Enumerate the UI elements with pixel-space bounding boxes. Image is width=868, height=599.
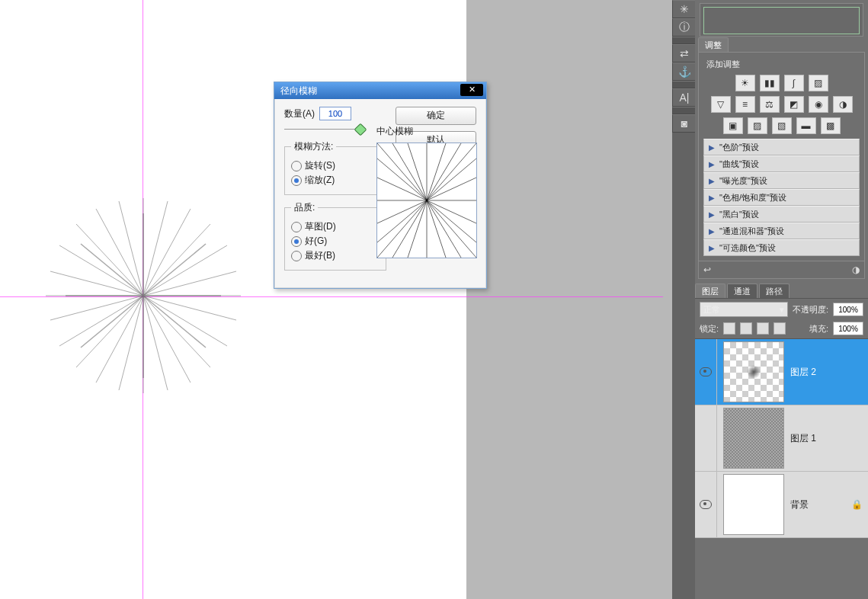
wheel-icon[interactable]: ✳: [672, 0, 697, 18]
svg-line-40: [427, 178, 476, 200]
curves-icon[interactable]: ∫: [784, 75, 804, 91]
amount-label: 数量(A): [284, 107, 315, 120]
layer-row[interactable]: 图层 2: [695, 339, 868, 405]
selective-color-icon[interactable]: ▩: [821, 117, 841, 134]
preset-item[interactable]: ▶"色阶"预设: [703, 139, 860, 155]
dialog-titlebar[interactable]: 径向模糊 ✕: [274, 82, 486, 99]
lock-all-icon[interactable]: [774, 322, 786, 335]
method-spin-radio[interactable]: 旋转(S): [291, 159, 380, 172]
footer-right-icon[interactable]: ◑: [852, 264, 860, 275]
posterize-icon[interactable]: ▨: [748, 117, 767, 134]
opacity-label: 不透明度:: [793, 304, 828, 316]
lock-transparent-icon[interactable]: [723, 322, 735, 335]
blur-method-group: 模糊方法: 旋转(S) 缩放(Z): [284, 140, 386, 195]
visibility-toggle[interactable]: [695, 472, 717, 537]
info-icon[interactable]: ⓘ: [672, 18, 697, 37]
layer-thumbnail[interactable]: [723, 474, 784, 535]
svg-line-54: [377, 178, 427, 200]
ok-button[interactable]: 确定: [396, 107, 476, 125]
eye-icon[interactable]: [700, 367, 712, 376]
layer-thumbnail[interactable]: [723, 408, 784, 469]
preset-item[interactable]: ▶"曲线"预设: [703, 155, 860, 172]
preset-item[interactable]: ▶"黑白"预设: [703, 206, 860, 223]
preset-item[interactable]: ▶"曝光度"预设: [703, 172, 860, 189]
adjustments-panel: 添加调整 ☀ ▮▮ ∫ ▨ ▽ ≡ ⚖ ◩ ◉ ◑ ▣ ▨ ▧ ▬ ▩ ▶"色阶…: [698, 52, 865, 261]
invert-icon[interactable]: ▣: [723, 117, 743, 134]
paths-tab[interactable]: 路径: [759, 283, 790, 298]
bw-icon[interactable]: ◩: [784, 96, 804, 113]
add-adjustment-label: 添加调整: [706, 59, 860, 70]
adjustments-tab[interactable]: 调整: [698, 37, 729, 52]
slider-knob[interactable]: [354, 123, 367, 136]
triangle-icon: ▶: [709, 244, 715, 252]
method-legend: 模糊方法:: [291, 140, 336, 153]
triangle-icon: ▶: [709, 210, 715, 219]
text-icon[interactable]: A|: [672, 88, 697, 107]
channels-tab[interactable]: 通道: [727, 283, 757, 298]
guide-vertical: [143, 0, 143, 599]
svg-line-48: [408, 200, 427, 258]
camera-icon[interactable]: ◙: [672, 114, 697, 133]
separator: [672, 81, 697, 88]
histogram-panel[interactable]: [700, 3, 863, 37]
threshold-icon[interactable]: ▧: [772, 117, 792, 134]
layer-name: 背景: [790, 498, 851, 511]
svg-line-34: [408, 143, 427, 200]
adjustments-footer: ↩ ◑: [698, 261, 865, 279]
triangle-icon: ▶: [709, 227, 715, 235]
lock-pixels-icon[interactable]: [740, 322, 752, 335]
lock-label: 锁定:: [700, 323, 719, 335]
quality-group: 品质: 草图(D) 好(G) 最好(B): [284, 201, 386, 271]
layer-row[interactable]: 图层 1: [695, 405, 868, 472]
eye-icon[interactable]: [700, 500, 712, 509]
triangle-icon: ▶: [709, 143, 715, 152]
layers-tab[interactable]: 图层: [695, 283, 725, 298]
hue-icon[interactable]: ≡: [735, 96, 755, 113]
color-balance-icon[interactable]: ⚖: [760, 96, 780, 113]
svg-line-43: [427, 200, 476, 242]
brightness-icon[interactable]: ☀: [735, 75, 755, 91]
svg-line-50: [377, 200, 427, 258]
fill-input[interactable]: [833, 322, 863, 335]
quality-good-radio[interactable]: 好(G): [291, 235, 380, 248]
svg-line-36: [427, 143, 446, 200]
svg-line-39: [427, 159, 476, 200]
quality-draft-radio[interactable]: 草图(D): [291, 220, 380, 233]
svg-line-51: [377, 200, 427, 242]
levels-icon[interactable]: ▮▮: [760, 75, 780, 91]
lock-icon: 🔒: [851, 499, 862, 510]
svg-line-42: [427, 200, 476, 223]
visibility-toggle[interactable]: [695, 339, 717, 405]
right-panels: 调整 添加调整 ☀ ▮▮ ∫ ▨ ▽ ≡ ⚖ ◩ ◉ ◑ ▣ ▨ ▧ ▬ ▩ ▶…: [695, 0, 868, 599]
method-zoom-radio[interactable]: 缩放(Z): [291, 174, 380, 187]
visibility-toggle[interactable]: [695, 405, 717, 471]
center-blur-preview[interactable]: [376, 143, 477, 258]
photo-filter-icon[interactable]: ◉: [809, 96, 828, 113]
exposure-icon[interactable]: ▨: [809, 75, 828, 91]
amount-slider[interactable]: [284, 125, 365, 134]
triangle-icon: ▶: [709, 194, 715, 202]
blend-mode-select[interactable]: 正常 ▾: [700, 302, 788, 317]
preset-item[interactable]: ▶"可选颜色"预设: [703, 239, 860, 256]
gradient-map-icon[interactable]: ▬: [796, 117, 816, 134]
footer-left-icon[interactable]: ↩: [703, 264, 711, 275]
quality-legend: 品质:: [291, 201, 318, 214]
quality-best-radio[interactable]: 最好(B): [291, 249, 380, 262]
swap-icon[interactable]: ⇄: [672, 44, 697, 62]
opacity-input[interactable]: [833, 303, 863, 316]
svg-line-33: [392, 143, 427, 200]
layer-thumbnail[interactable]: [723, 341, 784, 402]
lock-position-icon[interactable]: [757, 322, 769, 335]
svg-line-32: [377, 143, 427, 200]
amount-input[interactable]: [319, 107, 351, 120]
preset-item[interactable]: ▶"通道混和器"预设: [703, 223, 860, 239]
layer-name: 图层 2: [790, 366, 868, 379]
channel-mixer-icon[interactable]: ◑: [833, 96, 853, 113]
close-button[interactable]: ✕: [460, 84, 483, 96]
svg-line-52: [377, 200, 427, 223]
separator: [672, 37, 697, 44]
anchor-icon[interactable]: ⚓: [672, 62, 697, 81]
layer-row[interactable]: 背景🔒: [695, 472, 868, 538]
vibrance-icon[interactable]: ▽: [711, 96, 731, 113]
preset-item[interactable]: ▶"色相/饱和度"预设: [703, 189, 860, 206]
